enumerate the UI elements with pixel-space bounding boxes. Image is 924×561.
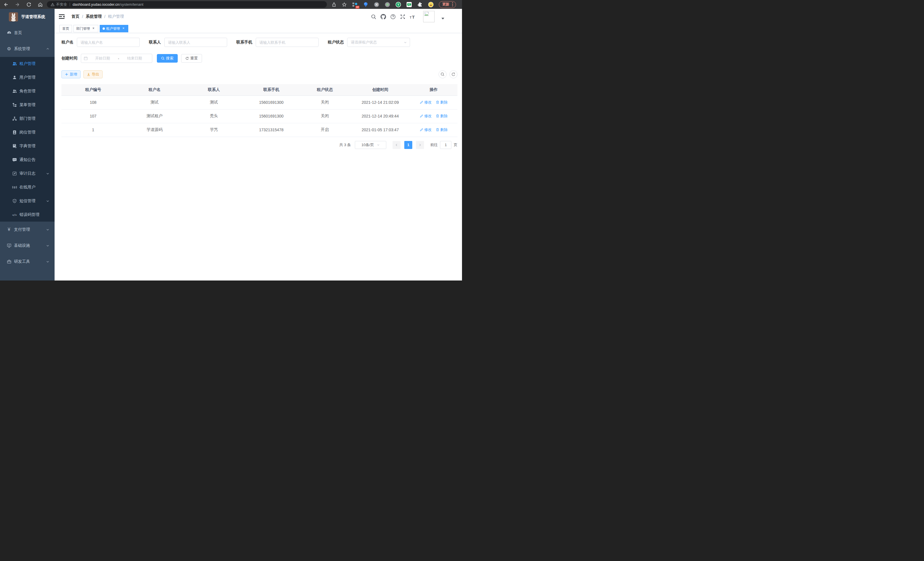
- url-path[interactable]: /system/tenant: [119, 2, 143, 7]
- sidebar-item-audit-log[interactable]: 审计日志: [0, 167, 55, 180]
- code-icon: </>: [12, 212, 17, 217]
- breadcrumb-system[interactable]: 系统管理: [86, 14, 102, 19]
- refresh-table-button[interactable]: [449, 70, 458, 78]
- prev-page-button[interactable]: [393, 141, 400, 149]
- date-start-placeholder: 开始日期: [88, 56, 117, 61]
- sidebar-item-user[interactable]: 用户管理: [0, 71, 55, 84]
- header-search-icon[interactable]: [371, 14, 376, 20]
- browser-back-icon[interactable]: [3, 2, 9, 7]
- github-icon[interactable]: [381, 14, 386, 20]
- extension-badge: 10: [356, 6, 359, 9]
- sidebar-item-notice[interactable]: 通知公告: [0, 153, 55, 167]
- browser-home-icon[interactable]: [38, 2, 43, 7]
- page-size-select[interactable]: 10条/页: [355, 141, 386, 149]
- extension-y-icon[interactable]: Y: [395, 2, 401, 8]
- bookmark-star-icon[interactable]: [342, 2, 347, 7]
- edit-link[interactable]: 修改: [420, 127, 432, 132]
- browser-forward-icon[interactable]: [15, 2, 20, 7]
- browser-menu-dots-icon[interactable]: [452, 2, 453, 7]
- font-size-icon[interactable]: TT: [410, 14, 416, 20]
- add-button[interactable]: 新增: [62, 70, 81, 78]
- sidebar-item-menu-mgmt[interactable]: 菜单管理: [0, 98, 55, 112]
- extension-puzzle-icon[interactable]: [417, 2, 423, 8]
- share-icon[interactable]: [332, 2, 337, 7]
- browser-reload-icon[interactable]: [26, 2, 32, 7]
- search-button[interactable]: 搜索: [157, 54, 178, 63]
- sidebar-item-online-users[interactable]: 在线用户: [0, 180, 55, 194]
- extension-chat-icon[interactable]: [406, 2, 412, 8]
- filter-row-1: 租户名 联系人 联系手机 租户状态 请选择租户状态: [62, 38, 458, 47]
- url-host[interactable]: dashboard.yudao.iocoder.cn: [73, 2, 119, 7]
- delete-link[interactable]: 删除: [436, 114, 448, 119]
- current-page[interactable]: 1: [404, 141, 412, 149]
- sidebar-item-sms[interactable]: 短信管理: [0, 194, 55, 208]
- date-range-picker[interactable]: 开始日期 - 结束日期: [81, 54, 152, 63]
- phone-input[interactable]: [256, 38, 319, 47]
- close-icon[interactable]: ×: [92, 27, 95, 31]
- sidebar-item-system[interactable]: ⚙ 系统管理: [0, 41, 55, 57]
- extension-tabs-icon[interactable]: 10: [352, 2, 358, 8]
- sidebar-item-home[interactable]: 首页: [0, 25, 55, 41]
- contact-input[interactable]: [164, 38, 227, 47]
- tag-tenant-active[interactable]: 租户管理 ×: [100, 25, 128, 32]
- sidebar-item-post[interactable]: 岗位管理: [0, 126, 55, 139]
- sidebar-item-role[interactable]: 角色管理: [0, 84, 55, 98]
- main-area: 首页 / 系统管理 / 租户管理: [55, 9, 462, 281]
- security-label[interactable]: 不安全: [56, 2, 67, 7]
- security-warning-icon[interactable]: [51, 3, 55, 7]
- profile-avatar-icon[interactable]: [428, 2, 434, 8]
- extension-donut-icon[interactable]: [385, 2, 390, 8]
- status-select[interactable]: 请选择租户状态: [347, 38, 410, 47]
- avatar-caret-icon[interactable]: [441, 18, 444, 20]
- address-bar[interactable]: 不安全 dashboard.yudao.iocoder.cn/system/te…: [47, 1, 327, 8]
- page-unit-label: 页: [454, 142, 458, 147]
- browser-update-button[interactable]: 更新: [439, 1, 456, 8]
- filter-phone: 联系手机: [236, 38, 319, 47]
- sidebar-item-infrastructure[interactable]: 基础设施: [0, 238, 55, 254]
- goto-page-input[interactable]: [440, 141, 452, 149]
- reset-button[interactable]: 重置: [181, 54, 202, 63]
- sidebar-item-label: 在线用户: [20, 185, 35, 190]
- col-tenant-name: 租户名: [125, 84, 184, 96]
- goto-label: 前往: [430, 142, 438, 147]
- sidebar-item-label: 通知公告: [20, 157, 35, 162]
- cell-tenant-id: 1: [62, 123, 125, 137]
- gear-icon: ⚙: [7, 47, 11, 51]
- tenant-name-input[interactable]: [77, 38, 140, 47]
- sidebar-item-label: 首页: [14, 30, 22, 35]
- sidebar-toggle-icon[interactable]: [59, 14, 64, 20]
- edit-link[interactable]: 修改: [420, 100, 432, 105]
- toolbar-right-icons: [439, 70, 458, 78]
- browser-nav-buttons: [3, 2, 43, 7]
- sidebar-item-dev-tools[interactable]: 研发工具: [0, 254, 55, 270]
- filter-label: 租户名: [62, 40, 74, 45]
- sidebar-item-dict[interactable]: 字典管理: [0, 139, 55, 153]
- tag-dept[interactable]: 部门管理 ×: [74, 25, 98, 32]
- tag-home[interactable]: 首页: [59, 25, 72, 32]
- breadcrumb-home[interactable]: 首页: [71, 14, 80, 19]
- delete-link[interactable]: 删除: [436, 100, 448, 105]
- show-search-toggle-button[interactable]: [439, 70, 447, 78]
- sidebar-item-label: 字典管理: [20, 144, 35, 149]
- user-avatar[interactable]: [423, 11, 435, 22]
- fullscreen-icon[interactable]: [400, 14, 405, 20]
- extension-command-icon[interactable]: ⌘: [374, 2, 380, 8]
- sidebar-item-dept[interactable]: 部门管理: [0, 112, 55, 126]
- sidebar-item-payment[interactable]: ¥ 支付管理: [0, 222, 55, 238]
- cell-status: 关闭: [299, 96, 351, 109]
- close-icon[interactable]: ×: [122, 27, 125, 31]
- next-page-button[interactable]: [416, 141, 424, 149]
- table-row: 107 测试租户 秃头 15601691300 关闭 2021-12-14 20…: [62, 109, 458, 123]
- users-icon: [12, 62, 17, 66]
- sidebar-submenu-system: 租户管理 用户管理 角色管理: [0, 57, 55, 222]
- extension-balloon-icon[interactable]: [363, 2, 369, 8]
- sidebar-item-error-code[interactable]: </> 错误码管理: [0, 208, 55, 222]
- delete-link[interactable]: 删除: [436, 127, 448, 132]
- sidebar-logo-row[interactable]: 芋道管理系统: [0, 9, 55, 25]
- status-select-placeholder: 请选择租户状态: [351, 40, 377, 45]
- help-icon[interactable]: [390, 14, 396, 20]
- yen-icon: ¥: [7, 227, 11, 232]
- edit-link[interactable]: 修改: [420, 114, 432, 119]
- export-button[interactable]: 导出: [83, 70, 103, 78]
- sidebar-item-tenant[interactable]: 租户管理: [0, 57, 55, 71]
